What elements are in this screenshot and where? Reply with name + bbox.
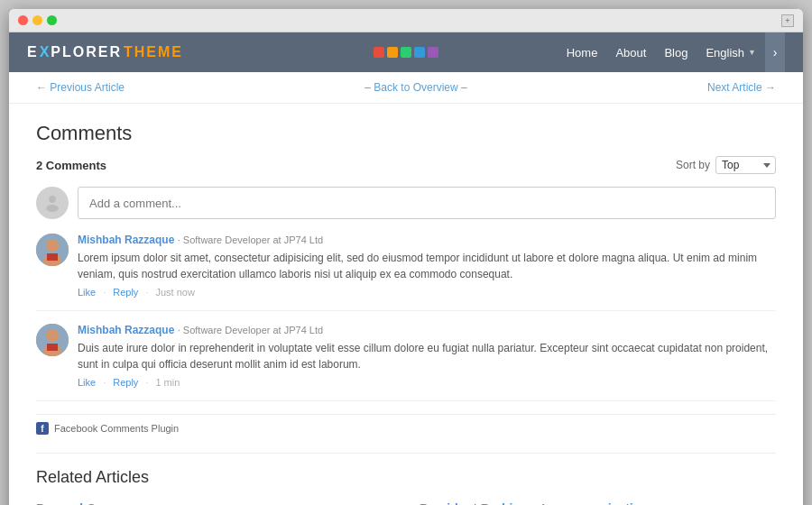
user-icon: [42, 193, 62, 213]
back-to-overview-link[interactable]: – Back to Overview –: [364, 81, 466, 94]
breadcrumb-bar: ← Previous Article – Back to Overview – …: [9, 72, 803, 104]
svg-point-1: [46, 205, 59, 212]
svg-point-7: [46, 329, 59, 342]
like-button-2[interactable]: Like: [78, 377, 96, 388]
sort-label: Sort by: [676, 159, 710, 171]
comment-text-1: Lorem ipsum dolor sit amet, consectetur …: [78, 250, 776, 282]
related-article-title-1[interactable]: Pro and Con: [36, 501, 392, 505]
related-articles-grid: Pro and Con by Jules Verne March 19, 201…: [36, 501, 776, 505]
nav-about[interactable]: About: [615, 46, 646, 60]
logo-e: E: [27, 44, 38, 60]
nav-language-label: English: [706, 46, 744, 60]
comment-actions-1: Like · Reply · Just now: [78, 287, 776, 298]
minimize-dot[interactable]: [32, 15, 42, 25]
comment-item-2: Mishbah Razzaque · Software Developer at…: [36, 324, 776, 401]
logo-block-5: [428, 47, 438, 58]
facebook-plugin-row: f Facebook Comments Plugin: [36, 414, 776, 435]
prev-article-link[interactable]: ← Previous Article: [36, 81, 125, 94]
logo-block-4: [414, 47, 425, 58]
navbar-center-logo: [374, 47, 438, 58]
logo-theme: THEME: [124, 44, 183, 60]
action-sep-2: ·: [145, 287, 148, 298]
comment-actions-2: Like · Reply · 1 min: [78, 377, 776, 388]
commenter-avatar-1: [36, 234, 69, 266]
reply-button-1[interactable]: Reply: [113, 287, 138, 298]
nav-language-dropdown[interactable]: English ▼: [706, 46, 756, 60]
comment-item: Mishbah Razzaque · Software Developer at…: [36, 234, 776, 311]
comment-time-1: Just now: [155, 287, 194, 298]
svg-point-0: [49, 196, 56, 203]
navbar-logo: E X PLORER THEME: [27, 44, 183, 60]
close-dot[interactable]: [18, 15, 28, 25]
navbar-right: Home About Blog English ▼: [567, 46, 756, 60]
comment-author-2: Mishbah Razzaque: [78, 324, 174, 336]
comment-input-row: [36, 187, 776, 219]
comments-count: 2 Comments: [36, 159, 106, 172]
nav-home[interactable]: Home: [567, 46, 598, 60]
comment-time-2: 1 min: [155, 377, 180, 388]
related-article-2: President Barbicane's communication by J…: [420, 501, 776, 505]
comment-role-2: · Software Developer at JP74 Ltd: [178, 325, 323, 335]
action-sep-3: ·: [103, 377, 106, 388]
browser-window: + E X PLORER THEME Home About Blog Engli…: [9, 9, 803, 505]
related-article-1: Pro and Con by Jules Verne March 19, 201…: [36, 501, 392, 505]
expand-button[interactable]: +: [781, 14, 794, 27]
comment-text-2: Duis aute irure dolor in reprehenderit i…: [78, 340, 776, 372]
svg-rect-9: [47, 344, 58, 351]
center-logo-blocks: [374, 47, 438, 58]
section-divider: [36, 453, 776, 454]
navbar: E X PLORER THEME Home About Blog English…: [9, 32, 803, 72]
expand-dot[interactable]: [47, 15, 57, 25]
comment-input-field[interactable]: [78, 187, 776, 219]
title-bar: +: [9, 9, 803, 32]
avatar-face-icon-2: [36, 324, 69, 356]
svg-point-3: [46, 239, 59, 252]
action-sep-4: ·: [145, 377, 148, 388]
sort-select[interactable]: Top Newest Oldest: [715, 156, 776, 174]
logo-block-3: [401, 47, 411, 58]
related-articles-title: Related Articles: [36, 468, 776, 487]
logo-plorer: PLORER: [51, 44, 122, 60]
comment-body-2: Mishbah Razzaque · Software Developer at…: [78, 324, 776, 388]
navbar-scroll-button[interactable]: ›: [765, 32, 785, 72]
like-button-1[interactable]: Like: [78, 287, 96, 298]
commenter-avatar-2: [36, 324, 69, 356]
window-dots: [18, 15, 57, 25]
comment-author-1: Mishbah Razzaque: [78, 234, 174, 246]
sort-row: Sort by Top Newest Oldest: [676, 156, 776, 174]
logo-block-1: [374, 47, 384, 58]
main-content: Comments 2 Comments Sort by Top Newest O…: [9, 104, 803, 505]
comment-role-1: · Software Developer at JP74 Ltd: [178, 234, 323, 245]
logo-x: X: [40, 44, 50, 60]
comment-body-1: Mishbah Razzaque · Software Developer at…: [78, 234, 776, 298]
facebook-plugin-label[interactable]: Facebook Comments Plugin: [54, 423, 179, 434]
comment-header-1: Mishbah Razzaque · Software Developer at…: [78, 234, 776, 246]
comment-header-2: Mishbah Razzaque · Software Developer at…: [78, 324, 776, 336]
logo-block-2: [387, 47, 398, 58]
chevron-down-icon: ▼: [748, 48, 756, 57]
next-article-link[interactable]: Next Article →: [707, 81, 776, 94]
comments-count-row: 2 Comments Sort by Top Newest Oldest: [36, 156, 776, 174]
action-sep-1: ·: [103, 287, 106, 298]
avatar-face-icon-1: [36, 234, 69, 266]
reply-button-2[interactable]: Reply: [113, 377, 138, 388]
comments-title: Comments: [36, 122, 776, 145]
nav-blog[interactable]: Blog: [664, 46, 687, 60]
facebook-icon: f: [36, 422, 49, 435]
svg-rect-5: [47, 253, 58, 261]
current-user-avatar: [36, 187, 69, 219]
related-article-title-2[interactable]: President Barbicane's communication: [420, 501, 776, 505]
